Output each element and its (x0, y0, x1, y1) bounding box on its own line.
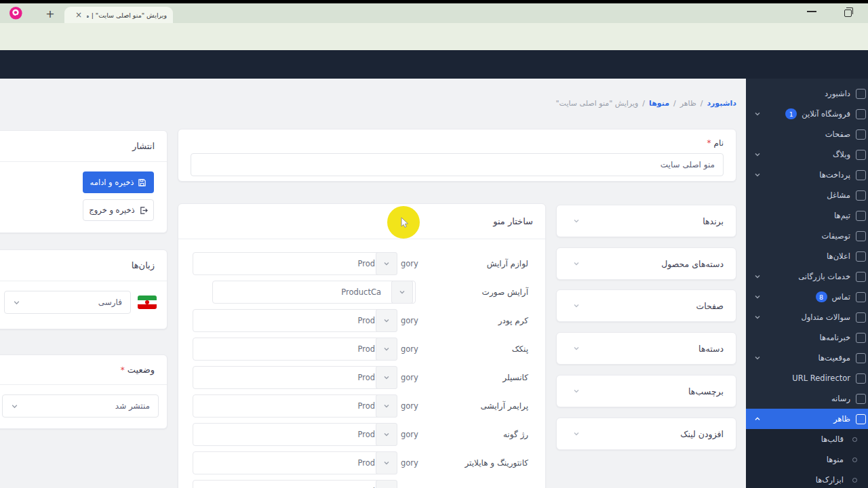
sidebar-item-label: وبلاگ (833, 150, 850, 159)
panel-brands[interactable]: برندها (556, 205, 736, 237)
newsletters-icon (856, 333, 866, 343)
sidebar-item-url-redirector[interactable]: URL Redirector (746, 368, 868, 388)
menu-item-bar[interactable]: Prod (193, 309, 384, 332)
menu-item-label: آرایش صورت (482, 281, 528, 304)
chevron-down-icon (573, 430, 580, 437)
item-type-select[interactable] (376, 309, 397, 332)
browser-tab[interactable]: ویرایش "منو اصلی سایت" | مدیریت تاچ × (64, 7, 173, 23)
sidebar-item-teams[interactable]: تیم‌ها (746, 205, 868, 226)
payments-icon (856, 170, 866, 180)
exit-icon (139, 206, 148, 215)
menu-structure-title: ساختار منو (178, 204, 545, 239)
sidebar-item-business-services[interactable]: خدمات بازرگانی (746, 266, 868, 287)
locations-icon (856, 353, 866, 363)
item-type-select[interactable] (391, 281, 413, 304)
panel-label: دسته‌ها (698, 344, 724, 354)
menu-name-input[interactable]: منو اصلی سایت (191, 153, 724, 176)
sidebar-item-payments[interactable]: پرداخت‌ها (746, 165, 868, 185)
menu-item-label: لوازم آرایش (487, 252, 528, 275)
chevron-down-icon (754, 110, 761, 117)
status-card: وضعیت* منتشر شد (0, 354, 167, 429)
menu-item-bar[interactable]: Prod (193, 423, 384, 446)
save-and-continue-button[interactable]: ذخیره و ادامه (83, 171, 154, 193)
item-type-select[interactable] (376, 366, 397, 389)
item-type-text: Prod (357, 316, 375, 325)
panel-label: دسته‌های محصول (661, 259, 724, 269)
menu-item-bar[interactable]: Prod (193, 252, 384, 275)
panel-add-link[interactable]: افزودن لینک (556, 418, 736, 450)
sidebar-item-media[interactable]: رسانه (746, 388, 868, 409)
browser-address-bar: → touchvitrin.com/admin/menus/edit/8 جA … (0, 23, 868, 50)
breadcrumb-separator: / (673, 99, 676, 108)
sidebar-item-widgets[interactable]: ابزارک‌ها (746, 470, 868, 488)
item-type-select[interactable] (376, 394, 397, 418)
menu-item-bar[interactable]: Prod (193, 338, 384, 361)
menu-item-row: Prodgoryپنکک (178, 338, 545, 361)
breadcrumb-item[interactable]: داشبورد (707, 99, 736, 108)
mouse-pointer-icon (397, 216, 410, 228)
language-select[interactable]: فارسی (4, 291, 131, 314)
sidebar-item-jobs[interactable]: مشاغل (746, 185, 868, 205)
sidebar-item-dashboard[interactable]: داشبورد (746, 83, 868, 104)
name-card: نام* منو اصلی سایت (178, 129, 736, 182)
sidebar-item-locations[interactable]: موقعیت‌ها (746, 348, 868, 368)
sidebar-item-label: موقعیت‌ها (818, 353, 850, 363)
faq-icon (856, 312, 866, 323)
panel-label: برندها (703, 216, 724, 226)
admin-sidebar: داشبوردفروشگاه آنلاین1صفحاتوبلاگپرداخت‌ه… (746, 79, 868, 488)
save-and-exit-button[interactable]: ذخیره و خروج (83, 199, 154, 221)
panel-pages[interactable]: صفحات (556, 289, 736, 322)
sidebar-item-online-store[interactable]: فروشگاه آنلاین1 (746, 104, 868, 124)
status-select[interactable]: منتشر شد (2, 394, 159, 418)
menu-item-bar[interactable]: Prod (193, 480, 384, 488)
menu-item-row: Prodgoryرژ گونه (178, 423, 545, 446)
tab-title: ویرایش "منو اصلی سایت" | مدیریت تاچ (87, 12, 167, 19)
jobs-icon (856, 190, 866, 201)
sidebar-item-announcements[interactable]: اعلان‌ها (746, 246, 868, 266)
sidebar-item-appearance[interactable]: ظاهر (746, 409, 868, 429)
sidebar-item-label: منوها (827, 455, 844, 464)
item-type-text: Prod (357, 401, 375, 411)
item-type-select[interactable] (376, 480, 397, 488)
sidebar-item-menus[interactable]: منوها (746, 449, 868, 470)
item-type-tail-text: gory (401, 252, 418, 275)
new-tab-button[interactable]: + (43, 7, 57, 21)
menu-item-bar[interactable]: Prod (193, 366, 384, 389)
menu-item-row: ProductCaآرایش صورت (178, 281, 545, 304)
breadcrumb-item[interactable]: منوها (649, 99, 669, 108)
item-type-select[interactable] (376, 338, 397, 361)
breadcrumb-separator: / (642, 99, 645, 108)
menu-item-bar[interactable]: Prod (193, 451, 384, 474)
chevron-down-icon (11, 403, 18, 410)
sidebar-item-blog[interactable]: وبلاگ (746, 144, 868, 165)
menu-item-row: Prodgoryکرم پودر (178, 309, 545, 332)
menu-item-label: پنکک (512, 338, 528, 361)
window-restore-button[interactable] (844, 9, 852, 17)
panel-categories[interactable]: دسته‌ها (556, 332, 736, 365)
sidebar-item-pages[interactable]: صفحات (746, 124, 868, 144)
business-services-icon (856, 272, 866, 282)
sidebar-item-label: تماس (832, 292, 850, 302)
sidebar-item-contact[interactable]: تماس8 (746, 287, 868, 307)
sidebar-item-faq[interactable]: سوالات متداول (746, 307, 868, 327)
url-redirector-icon (856, 373, 866, 384)
menu-item-label: رژ گونه (503, 423, 528, 446)
sidebar-item-testimonials[interactable]: توصیفات (746, 226, 868, 246)
item-type-select[interactable] (376, 451, 397, 474)
blog-icon (856, 150, 866, 160)
item-type-select[interactable] (376, 252, 397, 275)
languages-card: زبان‌ها فارسی (0, 249, 167, 329)
sidebar-item-templates[interactable]: قالب‌ها (746, 429, 868, 449)
menu-item-bar[interactable]: ProductCa (212, 281, 416, 304)
menu-item-bar[interactable]: Prod (193, 394, 384, 418)
panel-tags[interactable]: برچسب‌ها (556, 375, 736, 407)
item-type-tail-text: gory (401, 366, 418, 389)
sidebar-item-label: URL Redirector (792, 373, 850, 383)
tab-close-icon[interactable]: × (75, 11, 82, 19)
window-minimize-button[interactable] (807, 11, 816, 12)
sidebar-item-newsletters[interactable]: خبرنامه‌ها (746, 327, 868, 348)
item-type-text: ProductCa (341, 287, 381, 297)
panel-product-categories[interactable]: دسته‌های محصول (556, 247, 736, 280)
publish-card: انتشار ذخیره و ادامه ذخیره و خروج (0, 130, 167, 233)
item-type-select[interactable] (376, 423, 397, 446)
